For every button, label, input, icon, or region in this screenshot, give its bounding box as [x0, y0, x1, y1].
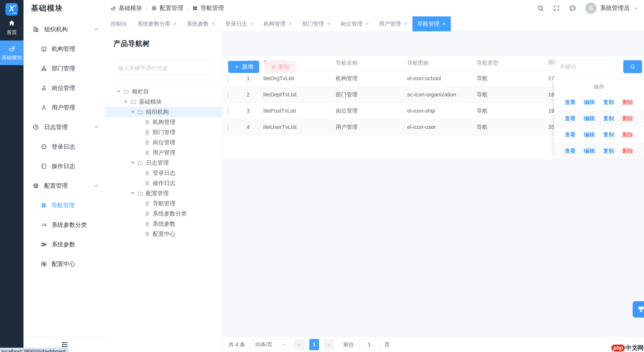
tree-node-root[interactable]: 根栏目 — [106, 87, 222, 97]
page-size-select[interactable]: 20条/页 — [250, 339, 289, 350]
tree-node-operation-log[interactable]: 操作日志 — [106, 178, 222, 188]
collapse-sidebar-icon[interactable] — [61, 341, 68, 349]
rail-item-base-module[interactable]: 基础模块 — [0, 40, 24, 65]
view-link[interactable]: 查看 — [565, 99, 576, 106]
close-icon[interactable]: × — [366, 21, 369, 26]
tree-node-institution[interactable]: 机构管理 — [106, 117, 222, 127]
sidebar-item-params[interactable]: 系统参数 — [24, 235, 106, 254]
tree-node-org[interactable]: 组织机构 — [106, 107, 222, 117]
edit-link[interactable]: 编辑 — [584, 147, 595, 155]
breadcrumb-item-config[interactable]: 配置管理 — [151, 4, 183, 12]
sidebar-group-org[interactable]: 组织机构 — [24, 19, 106, 39]
tab-institution[interactable]: 机构管理× — [258, 16, 297, 31]
view-link[interactable]: 查看 — [565, 147, 576, 155]
sidebar-item-user[interactable]: 用户管理 — [24, 98, 106, 117]
sidebar-item-param-category[interactable]: 系统参数分类 — [24, 215, 106, 235]
tab-params[interactable]: 系统参数× — [182, 16, 220, 31]
logo-subtext: clite — [12, 12, 17, 15]
copy-link[interactable]: 复制 — [603, 115, 614, 122]
tab-login-log[interactable]: 登录日志× — [220, 16, 258, 31]
tab-post[interactable]: 岗位管理× — [336, 16, 374, 31]
view-link[interactable]: 查看 — [565, 131, 576, 138]
sidebar-item-config-center[interactable]: 配置中心 — [24, 254, 106, 274]
theme-button[interactable] — [633, 301, 644, 318]
tree-node-post[interactable]: 岗位管理 — [106, 137, 222, 148]
delete-button[interactable]: 删除 — [265, 61, 296, 73]
tree-node-department[interactable]: 部门管理 — [106, 127, 222, 137]
user-menu[interactable]: 系 系统管理员 — [585, 2, 638, 14]
tree-node-base-module[interactable]: 基础模块 — [106, 97, 222, 107]
document-icon — [144, 221, 150, 227]
prev-page-button[interactable]: ‹ — [294, 339, 304, 350]
tree-filter-input[interactable] — [118, 65, 210, 71]
tree-node-label: 配置中心 — [153, 230, 176, 238]
sidebar-group-config[interactable]: 配置管理 — [24, 176, 106, 196]
tree-node-config[interactable]: 配置管理 — [106, 188, 222, 199]
close-icon[interactable]: × — [212, 21, 215, 26]
caret-down-icon[interactable] — [131, 192, 135, 195]
tab-nav-management[interactable]: 导航管理× — [412, 16, 451, 31]
delete-link[interactable]: 删除 — [622, 115, 633, 122]
edit-link[interactable]: 编辑 — [584, 131, 595, 138]
tree-node-label: 登录日志 — [153, 169, 176, 177]
tree-node-user[interactable]: 用户管理 — [106, 148, 222, 158]
tree-node-params[interactable]: 系统参数 — [106, 219, 222, 229]
rail-item-home[interactable]: 首页 — [0, 19, 24, 36]
row-checkbox[interactable] — [228, 75, 228, 82]
close-icon[interactable]: × — [174, 21, 176, 26]
sidebar-item-institution[interactable]: 机构管理 — [24, 39, 106, 59]
row-checkbox[interactable] — [228, 91, 228, 98]
goto-page-input[interactable] — [359, 339, 379, 350]
row-checkbox[interactable] — [228, 107, 228, 114]
close-icon[interactable]: × — [404, 21, 407, 26]
avatar: 系 — [585, 2, 597, 14]
delete-link[interactable]: 删除 — [622, 99, 633, 106]
sidebar-item-operation-log[interactable]: 操作日志 — [24, 156, 106, 176]
tab-console[interactable]: 控制台 — [106, 16, 132, 31]
edit-link[interactable]: 编辑 — [584, 99, 595, 106]
caret-down-icon[interactable] — [124, 101, 128, 103]
sidebar-item-nav-management[interactable]: 导航管理 — [24, 196, 106, 215]
fullscreen-icon[interactable] — [553, 5, 560, 11]
delete-link[interactable]: 删除 — [622, 131, 633, 138]
edit-link[interactable]: 编辑 — [584, 115, 595, 122]
sidebar-item-department[interactable]: 部门管理 — [24, 59, 106, 78]
watermark-text: 中文网 — [626, 344, 644, 352]
copy-link[interactable]: 复制 — [603, 99, 614, 106]
message-icon[interactable] — [569, 4, 576, 12]
home-icon — [8, 19, 15, 26]
tree-node-nav-management[interactable]: 导航管理 — [106, 199, 222, 209]
keyword-input[interactable] — [560, 63, 615, 70]
tree-node-config-center[interactable]: 配置中心 — [106, 229, 222, 239]
copy-link[interactable]: 复制 — [603, 131, 614, 138]
add-button[interactable]: 新增 — [228, 61, 259, 73]
search-icon[interactable] — [537, 5, 544, 12]
sidebar-item-login-log[interactable]: 登录日志 — [24, 137, 106, 156]
tree-node-param-category[interactable]: 系统参数分类 — [106, 209, 222, 219]
caret-down-icon[interactable] — [117, 90, 120, 93]
caret-down-icon[interactable] — [131, 111, 135, 113]
close-icon[interactable]: × — [442, 21, 446, 26]
close-icon[interactable]: × — [327, 21, 330, 26]
search-button[interactable] — [623, 60, 642, 73]
sidebar-item-post[interactable]: 岗位管理 — [24, 78, 106, 98]
view-link[interactable]: 查看 — [565, 115, 576, 122]
copy-link[interactable]: 复制 — [603, 147, 614, 155]
row-checkbox[interactable] — [228, 124, 228, 130]
breadcrumb-item-nav[interactable]: 导航管理 — [192, 4, 224, 12]
tab-department[interactable]: 部门管理× — [297, 16, 335, 31]
sidebar-group-log[interactable]: 日志管理 — [24, 117, 106, 137]
cell-no: 1 — [247, 75, 263, 81]
current-page-button[interactable]: 1 — [309, 339, 319, 350]
next-page-button[interactable]: › — [324, 339, 334, 350]
tree-node-login-log[interactable]: 登录日志 — [106, 168, 222, 178]
tree-node-log[interactable]: 日志管理 — [106, 158, 222, 168]
tab-param-category[interactable]: 系统参数分类× — [132, 16, 182, 31]
close-icon[interactable]: × — [289, 21, 292, 26]
close-icon[interactable]: × — [250, 21, 254, 26]
breadcrumb-item-base-module[interactable]: 基础模块 — [110, 4, 142, 12]
delete-link[interactable]: 删除 — [622, 147, 633, 155]
tab-user[interactable]: 用户管理× — [374, 16, 412, 31]
caret-down-icon[interactable] — [131, 162, 135, 164]
document-icon — [144, 140, 150, 145]
